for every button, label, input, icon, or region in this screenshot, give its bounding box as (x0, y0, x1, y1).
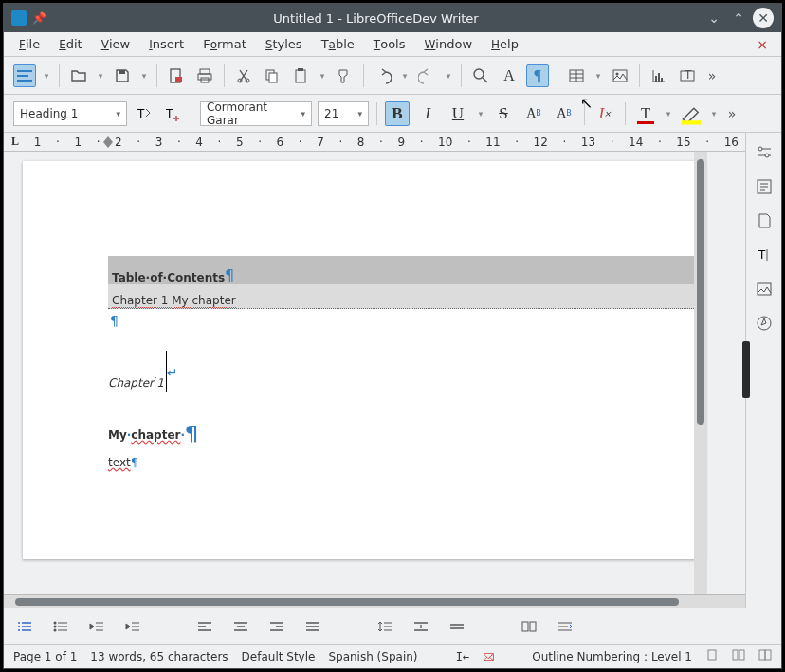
dropdown-icon[interactable]: ▾ (709, 109, 719, 118)
sidebar-toggle-icon[interactable] (13, 64, 36, 87)
toolbar-more[interactable]: » (724, 106, 739, 121)
superscript-button[interactable]: AB (521, 101, 546, 126)
indent-dec-icon[interactable] (87, 618, 106, 635)
list-bullet-icon[interactable] (51, 618, 70, 635)
table-icon[interactable] (565, 64, 588, 87)
dropdown-icon[interactable]: ▾ (593, 71, 603, 81)
status-words[interactable]: 13 words, 65 characters (90, 650, 228, 663)
minimize-button[interactable]: ⌄ (703, 8, 724, 28)
menu-edit[interactable]: Edit (51, 34, 90, 54)
document-page[interactable]: Table·of·Contents¶ Chapter 1 My chapter … (23, 161, 705, 559)
columns-icon[interactable] (520, 618, 539, 635)
undo-icon[interactable] (372, 64, 394, 87)
menu-insert[interactable]: Insert (141, 34, 192, 54)
indent-inc-icon[interactable] (123, 618, 142, 635)
indent-marker-icon[interactable] (103, 136, 113, 148)
spellcheck-icon[interactable]: A (498, 64, 520, 87)
manage-changes-icon[interactable] (754, 313, 775, 334)
status-style[interactable]: Default Style (242, 650, 316, 663)
status-page[interactable]: Page 1 of 1 (13, 650, 77, 663)
clone-format-icon[interactable] (333, 64, 356, 87)
dropdown-icon[interactable]: ▾ (444, 71, 453, 81)
dropdown-icon[interactable]: ▾ (42, 71, 51, 81)
font-color-button[interactable]: T (633, 101, 658, 126)
paste-icon[interactable] (289, 64, 312, 87)
align-right-icon[interactable] (267, 618, 286, 635)
align-left-icon[interactable] (195, 618, 214, 635)
textbox-icon[interactable]: T (676, 64, 699, 87)
open-icon[interactable] (67, 64, 90, 87)
view-single-icon[interactable] (705, 648, 719, 664)
horizontal-ruler[interactable]: L 1·1· 2·3· 4·5· 6·7· 8·9· 10·11· 12·13·… (4, 133, 745, 152)
text-direction-icon[interactable] (556, 618, 575, 635)
menu-tools[interactable]: Tools (366, 34, 413, 54)
vertical-scrollbar[interactable] (694, 152, 707, 594)
redo-icon[interactable] (415, 64, 438, 87)
line-spacing-icon[interactable] (375, 618, 394, 635)
list-num-icon[interactable] (15, 618, 34, 635)
navigator-panel-icon[interactable] (754, 279, 775, 300)
save-icon[interactable] (111, 64, 134, 87)
dropdown-icon[interactable]: ▾ (96, 71, 105, 81)
subscript-button[interactable]: AB (552, 101, 576, 126)
export-pdf-icon[interactable] (165, 64, 188, 87)
menu-help[interactable]: Help (484, 34, 526, 54)
insert-mode-icon[interactable]: I← (456, 650, 469, 663)
signature-icon[interactable]: 🖂 (483, 650, 494, 663)
menu-window[interactable]: Window (416, 34, 480, 54)
menu-table[interactable]: Table (314, 34, 362, 54)
align-center-icon[interactable] (231, 618, 250, 635)
page-panel-icon[interactable] (754, 210, 775, 231)
strikethrough-button[interactable]: S (491, 101, 516, 126)
dropdown-icon[interactable]: ▾ (318, 71, 327, 81)
new-style-icon[interactable]: T (161, 102, 184, 125)
properties-panel-icon[interactable] (754, 142, 775, 163)
formatting-marks-icon[interactable]: ¶ (526, 64, 549, 87)
view-multi-icon[interactable] (732, 648, 745, 664)
menu-styles[interactable]: Styles (258, 34, 310, 54)
dropdown-icon[interactable]: ▾ (139, 71, 149, 81)
para-spacing-dec-icon[interactable] (447, 618, 466, 635)
menu-format[interactable]: Format (195, 34, 254, 54)
sidebar-grab-handle[interactable] (742, 341, 750, 398)
find-icon[interactable] (469, 64, 492, 87)
statusbar: Page 1 of 1 13 words, 65 characters Defa… (4, 644, 781, 668)
dropdown-icon[interactable]: ▾ (664, 109, 673, 118)
dropdown-icon[interactable]: ▾ (400, 71, 410, 81)
cut-icon[interactable] (232, 64, 255, 87)
bold-button[interactable]: B (385, 101, 410, 126)
toolbar-more[interactable]: » (704, 68, 720, 83)
chapter-title[interactable]: Chapter·1↵ (108, 351, 178, 396)
horizontal-scrollbar[interactable] (4, 594, 745, 608)
maximize-button[interactable]: ⌃ (728, 8, 749, 28)
styles-panel-icon[interactable] (754, 176, 775, 197)
menu-view[interactable]: View (94, 34, 137, 54)
toc-block[interactable]: Table·of·Contents¶ Chapter 1 My chapter (108, 256, 705, 309)
status-language[interactable]: Spanish (Spain) (328, 650, 417, 663)
pin-icon[interactable]: 📌 (32, 11, 46, 25)
para-spacing-inc-icon[interactable] (411, 618, 430, 635)
underline-button[interactable]: U (446, 101, 470, 126)
paragraph-style-combo[interactable]: Heading 1▾ (13, 101, 127, 126)
clear-format-button[interactable]: I× (593, 101, 617, 126)
dropdown-icon[interactable]: ▾ (476, 109, 485, 118)
image-icon[interactable] (609, 64, 631, 87)
close-button[interactable]: ✕ (753, 8, 774, 28)
chart-icon[interactable] (648, 64, 670, 87)
status-outline[interactable]: Outline Numbering : Level 1 (532, 650, 692, 663)
gallery-panel-icon[interactable]: T (754, 245, 775, 265)
subtitle[interactable]: My·chapter·¶ (108, 419, 198, 445)
document-scroll[interactable]: Table·of·Contents¶ Chapter 1 My chapter … (4, 152, 745, 594)
copy-icon[interactable] (261, 64, 283, 87)
view-book-icon[interactable] (758, 648, 772, 664)
font-size-combo[interactable]: 21▾ (318, 101, 369, 126)
close-doc-button[interactable]: × (751, 37, 774, 52)
update-style-icon[interactable]: T (133, 102, 155, 125)
print-icon[interactable] (193, 64, 216, 87)
font-name-combo[interactable]: Cormorant Garar▾ (200, 101, 312, 126)
align-justify-icon[interactable] (303, 618, 322, 635)
italic-button[interactable]: I (415, 101, 440, 126)
highlight-button[interactable] (679, 101, 703, 126)
body-text[interactable]: text¶ (108, 455, 138, 470)
menu-file[interactable]: File (11, 34, 47, 54)
